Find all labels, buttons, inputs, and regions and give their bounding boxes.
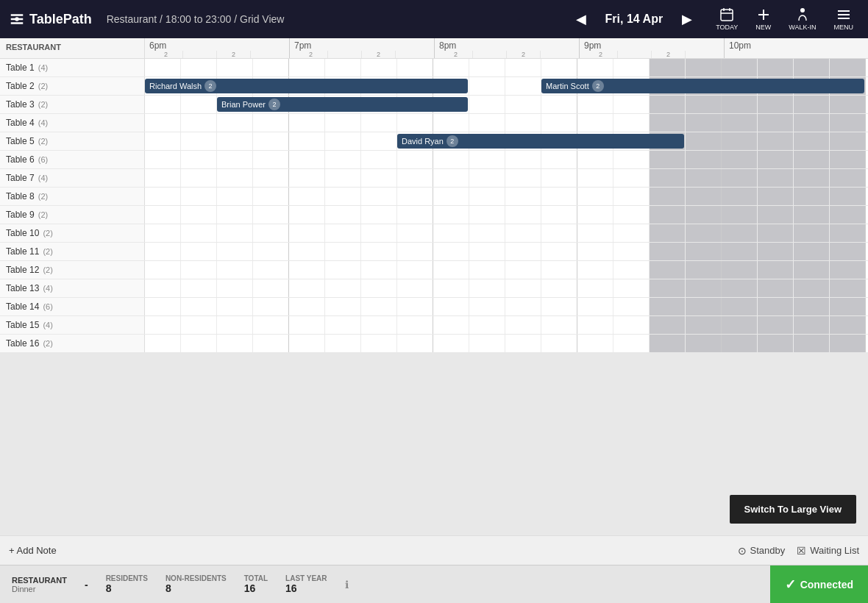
grid-cell[interactable] [577,335,613,352]
grid-cell[interactable] [361,224,397,242]
grid-cell[interactable] [613,243,650,260]
grid-cell[interactable] [433,243,469,260]
grid-cell[interactable] [794,114,830,132]
grid-cell[interactable] [758,279,794,297]
grid-cell[interactable] [145,298,181,315]
grid-cell[interactable] [397,335,433,352]
grid-cell[interactable] [325,243,361,260]
grid-cell[interactable] [361,132,397,150]
grid-cell[interactable] [830,316,866,334]
grid-cell[interactable] [253,316,289,334]
grid-cell[interactable] [361,188,397,205]
grid-cell[interactable] [541,243,577,260]
grid-cell[interactable] [686,59,722,76]
grid-cell[interactable] [758,114,794,132]
grid-cell[interactable] [794,224,830,242]
grid-cell[interactable] [217,316,253,334]
grid-cell[interactable] [181,335,217,352]
grid-cell[interactable] [469,77,505,95]
grid-cell[interactable] [577,188,613,205]
grid-cell[interactable] [361,261,397,279]
grid-cell[interactable] [830,59,866,76]
grid-cell[interactable] [577,114,613,132]
grid-cell[interactable] [505,96,541,113]
grid-cell[interactable] [541,114,577,132]
grid-cell[interactable] [181,169,217,187]
grid-cell[interactable] [758,316,794,334]
grid-cell[interactable] [650,298,686,315]
grid-cell[interactable] [253,114,289,132]
prev-date-button[interactable]: ◀ [570,8,592,30]
grid-cell[interactable] [758,335,794,352]
grid-cell[interactable] [433,114,469,132]
grid-cell[interactable] [469,151,505,168]
grid-cell[interactable] [361,206,397,224]
grid-cell[interactable] [505,316,541,334]
grid-cell[interactable] [181,96,217,113]
grid-cell[interactable] [397,279,433,297]
grid-cell[interactable] [577,298,613,315]
grid-cell[interactable] [722,316,758,334]
grid-cell[interactable] [325,224,361,242]
grid-cell[interactable] [686,224,722,242]
grid-cell[interactable] [469,206,505,224]
grid-cell[interactable] [830,188,866,205]
grid-cell[interactable] [758,96,794,113]
grid-cell[interactable] [577,206,613,224]
grid-cell[interactable] [145,114,181,132]
grid-cell[interactable] [469,114,505,132]
reservation-block[interactable]: Martin Scott2 [541,79,864,93]
grid-cell[interactable] [253,169,289,187]
grid-cell[interactable] [145,96,181,113]
grid-cell[interactable] [433,316,469,334]
grid-cell[interactable] [433,261,469,279]
grid-cell[interactable] [289,316,325,334]
grid-cell[interactable] [722,298,758,315]
grid-cell[interactable] [181,114,217,132]
grid-cell[interactable] [433,188,469,205]
grid-cell[interactable] [541,188,577,205]
grid-cell[interactable] [613,279,650,297]
grid-cell[interactable] [686,114,722,132]
grid-cell[interactable] [758,261,794,279]
grid-cell[interactable] [469,279,505,297]
grid-cell[interactable] [397,114,433,132]
switch-to-large-view-button[interactable]: Switch To Large View [730,495,856,524]
grid-cell[interactable] [469,335,505,352]
grid-cell[interactable] [433,151,469,168]
grid-cell[interactable] [325,132,361,150]
grid-cell[interactable] [613,188,650,205]
grid-cell[interactable] [794,169,830,187]
grid-cell[interactable] [469,59,505,76]
grid-cell[interactable] [541,224,577,242]
grid-cell[interactable] [181,243,217,260]
grid-cell[interactable] [613,96,650,113]
grid-cell[interactable] [794,206,830,224]
grid-cell[interactable] [758,206,794,224]
grid-cell[interactable] [325,298,361,315]
grid-cell[interactable] [145,335,181,352]
grid-cell[interactable] [145,279,181,297]
grid-cell[interactable] [758,224,794,242]
grid-cell[interactable] [325,316,361,334]
grid-cell[interactable] [722,59,758,76]
grid-cell[interactable] [650,316,686,334]
grid-cell[interactable] [253,335,289,352]
grid-cell[interactable] [181,188,217,205]
add-note-button[interactable]: + Add Note [9,545,57,556]
grid-cell[interactable] [433,279,469,297]
grid-cell[interactable] [253,151,289,168]
grid-cell[interactable] [505,77,541,95]
grid-cell[interactable] [253,261,289,279]
grid-cell[interactable] [650,114,686,132]
grid-cell[interactable] [758,243,794,260]
grid-cell[interactable] [361,335,397,352]
grid-cell[interactable] [613,206,650,224]
grid-cell[interactable] [289,261,325,279]
grid-cell[interactable] [830,151,866,168]
grid-cell[interactable] [325,206,361,224]
grid-cell[interactable] [505,188,541,205]
grid-cell[interactable] [794,243,830,260]
menu-button[interactable]: MENU [828,4,860,34]
grid-cell[interactable] [505,206,541,224]
